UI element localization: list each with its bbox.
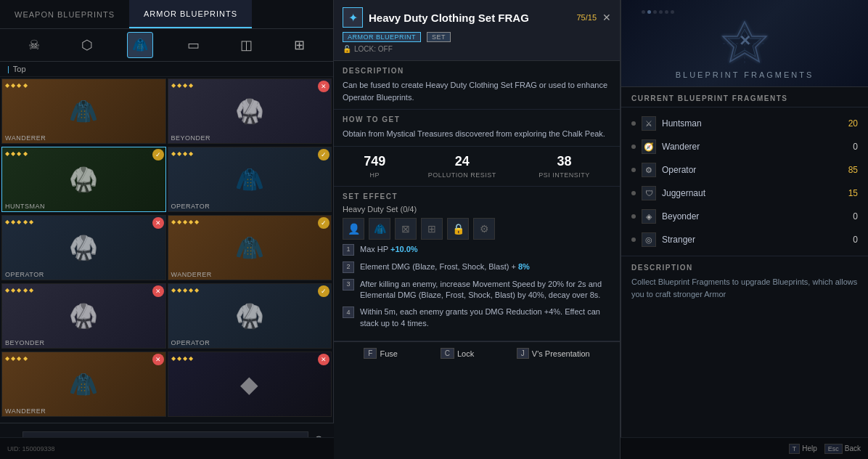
item-header-top: ✦ Heavy Duty Clothing Set FRAG 75/15 ✕ xyxy=(343,7,611,28)
category-bar: ☠ ⬡ 🧥 ▭ ◫ ⊞ xyxy=(0,29,333,62)
item-close-7[interactable]: ✕ xyxy=(152,285,164,297)
effect-num-4: 4 xyxy=(343,306,354,318)
fragments-label: Blueprint Fragments xyxy=(621,70,868,79)
action-lock[interactable]: C Lock xyxy=(441,348,474,359)
fragment-row-operator: ⚙ Operator 85 xyxy=(621,158,868,182)
set-name: Heavy Duty Set (0/4) xyxy=(343,205,611,214)
armor-item-7[interactable]: 🥋 ◆ ◆ ◆ ◆ ◆ ✕ BEYONDER xyxy=(1,283,166,349)
set-icon-0: 👤 xyxy=(343,218,364,240)
frag-dot-2 xyxy=(631,145,636,149)
dot-1 xyxy=(642,10,645,14)
cat-icon-head[interactable]: ☠ xyxy=(21,32,47,58)
description-section: DESCRIPTION Can be fused to create Heavy… xyxy=(334,61,620,110)
set-icon-2: ⊠ xyxy=(395,218,417,240)
item-close-9[interactable]: ✕ xyxy=(152,354,164,365)
set-icon-3: ⊞ xyxy=(421,218,443,240)
fragments-visual: ✕ Blueprint Fragments xyxy=(621,0,868,87)
item-label-5: OPERATOR xyxy=(5,271,44,278)
middle-panel: ✦ Heavy Duty Clothing Set FRAG 75/15 ✕ A… xyxy=(334,0,621,459)
effect-text-2: Element DMG (Blaze, Frost, Shock, Blast)… xyxy=(360,261,530,272)
cat-icon-torso[interactable]: ⬡ xyxy=(74,32,100,58)
armor-item-3[interactable]: 🥋 ◆ ◆ ◆ ◆ ✓ HUNTSMAN xyxy=(1,147,166,212)
armor-item-6[interactable]: 🧥 ◆ ◆ ◆ ◆ ◆ ✓ WANDERER xyxy=(168,215,332,280)
item-subtitle-row: Armor Blueprint Set xyxy=(343,32,611,42)
right-description: DESCRIPTION Collect Blueprint Fragments … xyxy=(621,256,868,307)
stat-hp-label: HP xyxy=(370,171,380,179)
cat-icon-full[interactable]: ⊞ xyxy=(286,32,312,58)
close-button[interactable]: ✕ xyxy=(602,12,611,23)
item-close-5[interactable]: ✕ xyxy=(152,217,164,229)
cat-icon-chest[interactable]: 🧥 xyxy=(127,32,153,58)
action-fuse[interactable]: F Fuse xyxy=(364,348,398,359)
back-button[interactable]: Esc Back xyxy=(824,444,861,454)
help-button[interactable]: T Help xyxy=(789,444,817,454)
set-icon-4: 🔒 xyxy=(447,218,469,240)
item-close-10[interactable]: ✕ xyxy=(318,354,329,365)
fragment-row-stranger: ◎ Stranger 0 xyxy=(621,228,868,251)
set-effect-title: SET EFFECT xyxy=(343,192,611,200)
armor-item-8[interactable]: 🥋 ◆ ◆ ◆ ◆ ◆ ✓ OPERATOR xyxy=(168,283,332,349)
cat-icon-legs[interactable]: ▭ xyxy=(180,32,206,58)
item-label-6: WANDERER xyxy=(171,271,212,278)
item-label-3: HUNTSMAN xyxy=(5,203,45,210)
bottom-bar: T Help Esc Back xyxy=(621,437,868,459)
tab-armor[interactable]: ARMOR BLUEPRINTS xyxy=(129,0,252,28)
dot-3 xyxy=(653,10,657,14)
tab-weapon[interactable]: WEAPON BLUEPRINTS xyxy=(0,0,129,28)
item-stars-10: ◆ ◆ ◆ ◆ xyxy=(171,355,194,362)
item-bg-6: 🧥 xyxy=(168,216,332,280)
cat-icon-hands[interactable]: ◫ xyxy=(233,32,259,58)
action-lock-label: Lock xyxy=(457,349,474,358)
item-bg-8: 🥋 xyxy=(168,284,332,348)
fragment-row-huntsman: ⚔ Huntsman 20 xyxy=(621,112,868,135)
tab-bar: WEAPON BLUEPRINTS ARMOR BLUEPRINTS xyxy=(0,0,333,29)
item-title: Heavy Duty Clothing Set FRAG xyxy=(369,12,529,24)
badge-type: Armor Blueprint xyxy=(343,32,421,42)
armor-item-2[interactable]: 🥋 ◆ ◆ ◆ ◆ ✕ BEYONDER xyxy=(168,78,332,144)
item-stars-3: ◆ ◆ ◆ ◆ xyxy=(5,150,28,157)
dots-row xyxy=(631,7,684,17)
item-check-3[interactable]: ✓ xyxy=(152,149,164,161)
item-check-6[interactable]: ✓ xyxy=(318,217,329,229)
description-title: DESCRIPTION xyxy=(343,67,611,75)
frag-amount-huntsman: 20 xyxy=(836,118,858,129)
key-lock: C xyxy=(441,348,454,359)
item-bg-1: 🧥 xyxy=(2,79,165,143)
armor-grid: 🧥 ◆ ◆ ◆ ◆ WANDERER 🥋 ◆ ◆ ◆ ◆ ✕ BEYONDER … xyxy=(0,77,333,420)
armor-item-10[interactable]: ◆ ◆ ◆ ◆ ◆ ✕ xyxy=(168,352,332,417)
armor-item-9[interactable]: 🧥 ◆ ◆ ◆ ◆ ✕ WANDERER xyxy=(1,352,166,417)
action-bar: F Fuse C Lock J V's Presentation xyxy=(334,341,620,365)
effect-val-1: +10.0% xyxy=(390,245,418,253)
item-bg-9: 🧥 xyxy=(2,352,165,416)
set-effect-section: SET EFFECT Heavy Duty Set (0/4) 👤 🧥 ⊠ ⊞ … xyxy=(334,187,620,342)
armor-item-1[interactable]: 🧥 ◆ ◆ ◆ ◆ WANDERER xyxy=(1,78,166,144)
armor-item-5[interactable]: 🥋 ◆ ◆ ◆ ◆ ◆ ✕ OPERATOR xyxy=(1,215,166,280)
item-check-4[interactable]: ✓ xyxy=(318,149,329,161)
frag-amount-juggernaut: 15 xyxy=(836,188,858,198)
badge-set: Set xyxy=(427,32,451,42)
action-presentation[interactable]: J V's Presentation xyxy=(517,348,590,359)
stat-psi-label: Psi Intensity xyxy=(539,171,590,179)
frag-name-wanderer: Wanderer xyxy=(662,142,830,152)
item-stars-4: ◆ ◆ ◆ ◆ xyxy=(171,150,194,157)
item-label-2: BEYONDER xyxy=(171,134,211,142)
item-header: ✦ Heavy Duty Clothing Set FRAG 75/15 ✕ A… xyxy=(334,0,620,61)
frag-amount-wanderer: 0 xyxy=(836,142,858,152)
dot-2 xyxy=(647,10,651,14)
item-check-8[interactable]: ✓ xyxy=(318,285,329,297)
stat-pollution: 24 Pollution Resist xyxy=(428,154,496,179)
item-stars-1: ◆ ◆ ◆ ◆ xyxy=(5,82,28,89)
frag-amount-stranger: 0 xyxy=(836,235,858,245)
frag-dot-6 xyxy=(631,237,636,242)
frag-name-stranger: Stranger xyxy=(662,235,830,245)
stat-hp-value: 749 xyxy=(364,154,385,169)
frag-name-operator: Operator xyxy=(662,165,830,175)
item-close-2[interactable]: ✕ xyxy=(318,81,329,92)
stats-row: 749 HP 24 Pollution Resist 38 Psi Intens… xyxy=(334,147,620,187)
stat-hp: 749 HP xyxy=(364,154,385,179)
right-desc-title: DESCRIPTION xyxy=(631,264,858,272)
dot-5 xyxy=(665,10,668,14)
armor-item-4[interactable]: 🧥 ◆ ◆ ◆ ◆ ✓ OPERATOR xyxy=(168,147,332,212)
svg-text:✕: ✕ xyxy=(739,33,751,49)
item-bg-7: 🥋 xyxy=(2,284,165,348)
